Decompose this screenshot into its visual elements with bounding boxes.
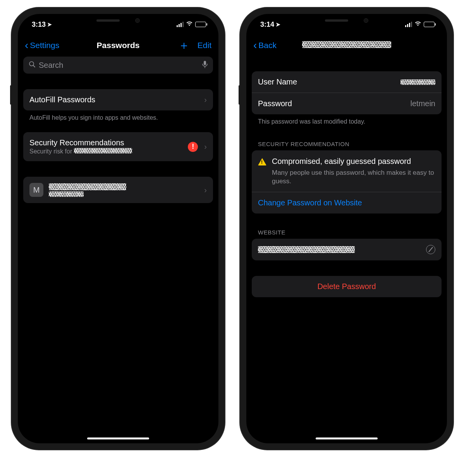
- password-row[interactable]: Password letmein: [252, 93, 442, 114]
- home-indicator[interactable]: [87, 437, 149, 439]
- website-header: WEBSITE: [252, 229, 442, 239]
- recommendation-row: Compromised, easily guessed password Man…: [252, 150, 442, 192]
- wifi-icon: [414, 21, 421, 28]
- change-password-link[interactable]: Change Password on Website: [252, 192, 368, 214]
- security-recommendations-row[interactable]: Security Recommendations Security risk f…: [23, 132, 213, 161]
- security-label: Security Recommendations: [29, 138, 132, 147]
- warning-icon: [258, 158, 266, 165]
- search-input[interactable]: Search: [23, 57, 213, 74]
- mic-icon[interactable]: [202, 60, 208, 70]
- signal-icon: [177, 22, 184, 27]
- nav-bar: ‹ Back: [246, 35, 447, 56]
- search-icon: [29, 61, 36, 70]
- autofill-footer: AutoFill helps you sign into apps and we…: [23, 110, 213, 121]
- back-label: Settings: [30, 41, 59, 50]
- phone-frame-right: 3:14 ➤ ‹ Back: [240, 8, 453, 450]
- recommendation-desc: Many people use this password, which mak…: [272, 169, 435, 186]
- screen-left: 3:13 ➤ ‹ Settings Passwords ＋ Edit: [18, 14, 218, 443]
- screen-right: 3:14 ➤ ‹ Back: [246, 14, 447, 443]
- avatar: M: [29, 183, 43, 197]
- safari-icon[interactable]: [426, 245, 435, 254]
- signal-icon: [405, 22, 412, 27]
- redacted-user: [49, 191, 84, 197]
- password-value: letmein: [411, 99, 435, 108]
- back-label: Back: [258, 41, 277, 50]
- add-button[interactable]: ＋: [178, 40, 190, 51]
- back-button[interactable]: ‹ Back: [253, 40, 277, 51]
- svg-line-1: [33, 65, 35, 67]
- chevron-right-icon: ›: [204, 95, 207, 104]
- svg-rect-2: [204, 61, 206, 65]
- account-row[interactable]: M ›: [23, 177, 213, 203]
- edit-button[interactable]: Edit: [198, 41, 211, 50]
- svg-point-0: [29, 62, 34, 66]
- notch: [302, 14, 391, 27]
- website-row[interactable]: [252, 239, 442, 260]
- status-time: 3:13: [32, 21, 46, 29]
- home-indicator[interactable]: [316, 437, 378, 439]
- chevron-left-icon: ‹: [25, 40, 28, 51]
- chevron-left-icon: ‹: [253, 40, 257, 51]
- recommendation-title: Compromised, easily guessed password: [272, 157, 435, 166]
- battery-icon: [424, 22, 435, 27]
- nav-bar: ‹ Settings Passwords ＋ Edit: [18, 35, 218, 56]
- security-sub: Security risk for: [29, 148, 132, 155]
- location-icon: ➤: [47, 21, 52, 28]
- search-placeholder: Search: [39, 61, 199, 70]
- location-icon: ➤: [276, 21, 280, 28]
- username-row[interactable]: User Name: [252, 71, 442, 93]
- phone-frame-left: 3:13 ➤ ‹ Settings Passwords ＋ Edit: [12, 8, 225, 450]
- chevron-right-icon: ›: [204, 186, 207, 195]
- redacted-site: [49, 183, 126, 190]
- status-time: 3:14: [260, 21, 274, 29]
- delete-password-button[interactable]: Delete Password: [252, 276, 442, 297]
- notch: [74, 14, 163, 27]
- page-title-redacted: [302, 41, 391, 50]
- page-title: Passwords: [97, 41, 140, 50]
- autofill-label: AutoFill Passwords: [29, 95, 95, 104]
- wifi-icon: [186, 21, 193, 28]
- autofill-passwords-row[interactable]: AutoFill Passwords ›: [23, 89, 213, 110]
- redacted-domain: [74, 148, 132, 153]
- username-label: User Name: [258, 78, 297, 86]
- battery-icon: [195, 22, 206, 27]
- back-button[interactable]: ‹ Settings: [25, 40, 59, 51]
- redacted-website-url: [258, 246, 355, 253]
- alert-icon: !: [188, 142, 198, 152]
- redacted-username-value: [400, 79, 435, 85]
- chevron-right-icon: ›: [204, 142, 207, 151]
- recommendation-header: SECURITY RECOMMENDATION: [252, 141, 442, 150]
- modified-footer: This password was last modified today.: [252, 114, 442, 125]
- password-label: Password: [258, 99, 292, 108]
